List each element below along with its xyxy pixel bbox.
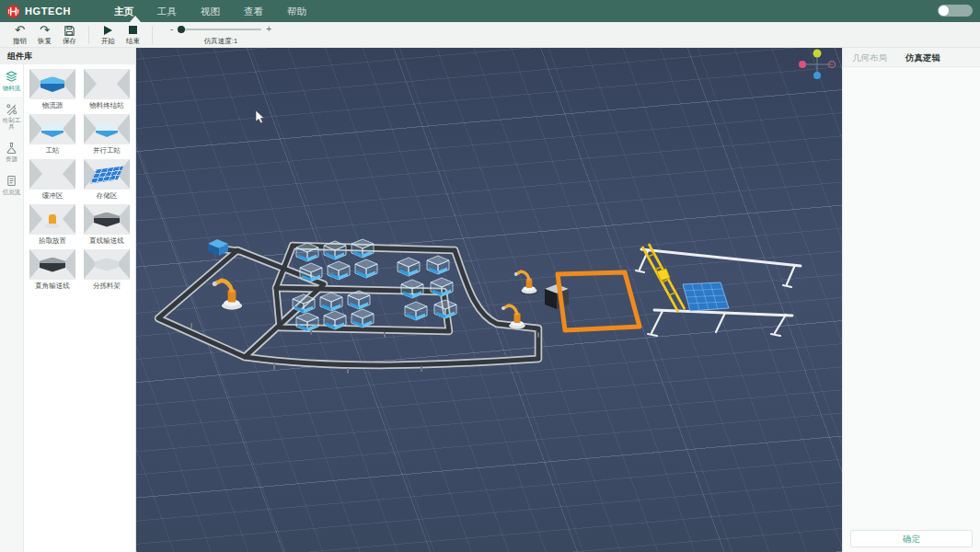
speed-minus-button[interactable]: - [170,25,173,34]
toggle-knob-icon [939,6,949,16]
application-window: HGTECH 主页 工具 视图 查看 帮助 ↶ 撤销 ↷ 恢复 [0,0,980,552]
component-label: 物流源 [27,101,78,110]
properties-tabs: 几何布局 仿真逻辑 [843,48,980,67]
start-label: 开始 [96,37,121,46]
component-library-panel: 组件库 [0,48,136,552]
component-thumbnail-icon [84,69,130,99]
component-label: 直线输送线 [81,236,133,246]
category-item[interactable]: 物料流 [0,64,23,97]
save-label: 保存 [57,37,82,46]
component-item[interactable]: 直线输送线 [81,204,133,246]
brand-logo-icon [6,5,20,18]
nav-gizmo[interactable] [799,50,836,80]
component-thumbnail-icon [84,249,130,280]
component-thumbnail-icon [29,114,75,144]
redo-button[interactable]: ↷ 恢复 [32,24,57,46]
undo-icon: ↶ [7,24,32,37]
component-item[interactable]: 物流源 [27,69,78,110]
component-thumbnail-icon [84,204,130,235]
category-label: 物料流 [0,85,23,91]
conveyor-network[interactable] [158,246,538,373]
properties-tab[interactable]: 几何布局 [843,48,896,66]
top-menu-bar: HGTECH 主页 工具 视图 查看 帮助 [0,0,980,22]
stop-icon [121,24,145,37]
stop-label: 结束 [121,37,145,46]
scene [136,48,842,552]
component-grid: 物流源 物料终结站 工站 并行工站 [24,64,135,552]
redo-icon: ↷ [32,24,57,37]
component-thumbnail-icon [84,114,130,144]
save-icon [57,24,82,37]
component-library-title: 组件库 [0,48,135,64]
draw-tools-icon [6,103,17,115]
component-label: 物料终结站 [81,101,133,110]
component-thumbnail-icon [84,159,130,190]
gizmo-axis-left-icon [799,61,806,68]
component-label: 拾取放置 [27,236,78,246]
brand-name: HGTECH [25,6,71,17]
toolbar-separator [88,26,89,44]
machine-box[interactable] [545,284,569,309]
user-toggle[interactable] [938,5,973,17]
save-button[interactable]: 保存 [57,24,82,46]
category-label: 信息流 [0,189,23,195]
component-item[interactable]: 物料终结站 [81,69,133,110]
sorting-platform[interactable] [683,282,729,311]
menu-item[interactable]: 帮助 [275,0,318,22]
component-item[interactable]: 工站 [27,114,78,155]
robot-arm[interactable] [514,271,538,294]
menu-item[interactable]: 工具 [145,0,189,22]
component-label: 并行工站 [81,146,133,155]
component-label: 工站 [27,146,78,155]
active-menu-notch [130,16,141,22]
play-icon [96,24,121,37]
gizmo-axis-top-icon [813,50,822,58]
brand: HGTECH [0,5,71,18]
component-label: 分拣料架 [81,282,133,291]
stop-button[interactable]: 结束 [121,24,145,46]
category-item[interactable]: 资源 [0,135,23,167]
speed-plus-button[interactable]: + [266,25,271,34]
component-item[interactable]: 直角输送线 [27,249,78,291]
agv-loop-track[interactable] [558,272,640,330]
gizmo-axis-bottom-icon [813,72,821,79]
speed-slider[interactable] [178,29,261,30]
category-item[interactable]: 绘制工具 [0,97,23,135]
simulation-speed-control: - + 仿真速度:1 [170,24,271,46]
component-item[interactable]: 并行工站 [81,114,133,155]
category-rail: 物料流 [0,64,24,552]
undo-label: 撤销 [7,37,32,46]
component-item[interactable]: 拾取放置 [27,204,78,246]
info-flow-icon [6,175,17,187]
robot-arm[interactable] [213,281,243,310]
component-item[interactable]: 分拣料架 [81,249,133,291]
speed-label: 仿真速度:1 [170,37,271,46]
layers-icon [6,71,17,83]
component-thumbnail-icon [29,69,75,99]
category-label: 绘制工具 [0,117,23,130]
3d-viewport-canvas[interactable] [136,48,842,552]
component-thumbnail-icon [29,159,75,190]
component-thumbnail-icon [29,249,75,280]
component-thumbnail-icon [29,204,75,235]
component-label: 直角输送线 [27,282,78,291]
menu-item[interactable]: 查看 [232,0,275,22]
mouse-cursor-icon [256,110,264,123]
properties-panel: 几何布局 仿真逻辑 确定 [842,48,980,552]
properties-tab[interactable]: 仿真逻辑 [896,48,950,66]
start-button[interactable]: 开始 [96,24,121,46]
redo-label: 恢复 [32,37,57,46]
menu-item[interactable]: 视图 [189,0,232,22]
resources-icon [6,142,17,154]
toolbar-separator [152,26,153,44]
component-label: 缓冲区 [27,191,78,201]
speed-slider-knob[interactable] [178,26,185,33]
category-label: 资源 [0,155,23,162]
confirm-button[interactable]: 确定 [850,530,973,547]
component-label: 存储区 [81,191,133,201]
category-item[interactable]: 信息流 [0,168,23,201]
undo-button[interactable]: ↶ 撤销 [7,24,32,46]
component-item[interactable]: 存储区 [81,159,133,201]
component-item[interactable]: 缓冲区 [27,159,78,201]
toolbar: ↶ 撤销 ↷ 恢复 保存 开始 结束 [0,22,980,48]
